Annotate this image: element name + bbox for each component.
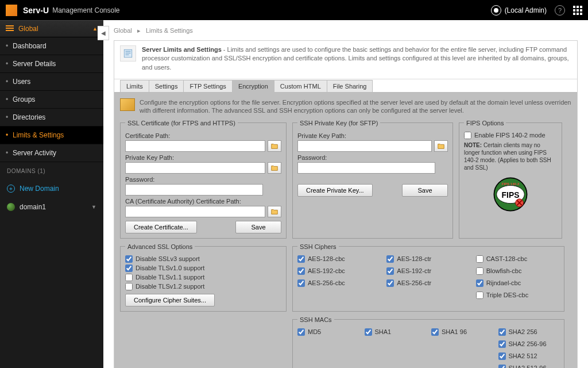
disable-tls11-checkbox[interactable]: Disable TLSv1.1 support [125,274,281,281]
new-domain-button[interactable]: +New Domain [0,180,103,197]
chevron-up-icon: ▲ [92,26,98,32]
user-label[interactable]: (Local Admin) [505,6,547,14]
domain-item-domain1[interactable]: domain1▼ [0,197,103,217]
tabs: Limits Settings FTP Settings Encryption … [120,80,577,93]
sidebar-item-limits-settings[interactable]: Limits & Settings [0,126,103,144]
sidebar-global-header[interactable]: Global ▲ [0,20,103,37]
create-certificate-button[interactable]: Create Certificate... [125,221,197,233]
mac-sha2-256-96-checkbox[interactable]: SHA2 256-96 [498,340,560,348]
tab-file-sharing[interactable]: File Sharing [327,80,373,93]
global-label: Global [18,25,38,33]
ssl-pkey-browse-button[interactable] [268,162,281,174]
ssl-save-button[interactable]: Save [235,221,281,233]
disable-sslv3-checkbox[interactable]: Disable SSLv3 support [125,255,281,263]
tab-custom-html[interactable]: Custom HTML [274,80,327,93]
cipher-aes-256-ctr-checkbox[interactable]: AES-256-ctr [386,279,470,287]
user-icon [491,5,501,16]
logo-icon [6,5,17,16]
sidebar-item-groups[interactable]: Groups [0,91,103,109]
cipher-aes-192-cbc-checkbox[interactable]: AES-192-cbc [297,267,381,275]
panel-header-icon [120,45,136,62]
settings-panel: Server Limits and Settings - Limits and … [114,40,578,368]
tab-body-encryption: Configure the encryption options for the… [114,92,577,368]
fips-badge-icon: FIPS FIPS 140-2 [490,176,531,213]
cert-path-input[interactable] [125,140,265,152]
cipher-aes-128-ctr-checkbox[interactable]: AES-128-ctr [386,255,470,263]
global-icon [6,25,14,32]
sidebar-item-dashboard[interactable]: Dashboard [0,37,103,55]
mac-sha2-512-96-checkbox[interactable]: SHA2 512-96 [498,365,560,368]
globe-icon [7,203,15,211]
ssl-certificate-fieldset: SSL Certificate (for FTPS and HTTPS) Cer… [120,120,287,239]
sidebar-item-server-details[interactable]: Server Details [0,55,103,73]
advanced-ssl-fieldset: Advanced SSL Options Disable SSLv3 suppo… [120,243,287,312]
sidebar: Global ▲ Dashboard Server Details Users … [0,20,103,368]
breadcrumb-current: Limits & Settings [146,27,193,34]
ca-path-input[interactable] [125,206,265,217]
cert-path-browse-button[interactable] [268,140,281,152]
sidebar-item-server-activity[interactable]: Server Activity [0,144,103,162]
breadcrumb: Global ▸ Limits & Settings [114,27,578,34]
cipher-cast-128-cbc-checkbox[interactable]: CAST-128-cbc [476,255,559,263]
tab-encryption[interactable]: Encryption [232,80,274,93]
configure-cipher-suites-button[interactable]: Configure Cipher Suites... [125,294,215,306]
fips-enable-checkbox[interactable]: Enable FIPS 140-2 mode [464,132,557,139]
cipher-aes-192-ctr-checkbox[interactable]: AES-192-ctr [386,267,470,275]
sidebar-collapse-button[interactable]: ◀ [98,26,109,40]
create-private-key-button[interactable]: Create Private Key... [297,184,373,197]
tab-ftp-settings[interactable]: FTP Settings [183,80,232,93]
app-subtitle: Management Console [52,6,119,14]
sidebar-item-directories[interactable]: Directories [0,109,103,126]
fips-note: NOTE: Certain clients may no longer func… [464,141,557,171]
breadcrumb-global[interactable]: Global [114,27,132,34]
svg-text:FIPS 140-2: FIPS 140-2 [502,182,520,186]
ssh-pkey-path-input[interactable] [297,140,432,152]
mac-sha1-checkbox[interactable]: SHA1 [365,328,426,336]
mac-sha2-512-checkbox[interactable]: SHA2 512 [498,352,560,360]
cipher-aes-128-cbc-checkbox[interactable]: AES-128-cbc [297,255,381,263]
apps-grid-icon[interactable] [573,6,582,15]
cipher-rijndael-cbc-checkbox[interactable]: Rijndael-cbc [476,279,559,287]
ssl-password-input[interactable] [125,184,263,195]
tab-limits[interactable]: Limits [120,80,149,93]
mac-md5-checkbox[interactable]: MD5 [297,328,359,336]
ssl-pkey-path-input[interactable] [125,162,265,174]
ssh-private-key-fieldset: SSH Private Key (for SFTP) Private Key P… [292,120,453,239]
tab-settings[interactable]: Settings [149,80,184,93]
ssh-save-button[interactable]: Save [402,184,448,197]
domains-header: DOMAINS (1) [0,162,103,180]
cipher-aes-256-cbc-checkbox[interactable]: AES-256-cbc [297,279,381,287]
plus-icon: + [7,185,15,193]
encryption-desc-icon [120,98,135,111]
fips-options-fieldset: FIPS Options Enable FIPS 140-2 mode NOTE… [459,120,562,239]
chevron-down-icon: ▼ [91,204,96,210]
disable-tls10-checkbox[interactable]: Disable TLSv1.0 support [125,264,281,272]
ca-path-browse-button[interactable] [268,206,281,217]
app-title: Serv-U [23,6,49,15]
panel-header-text: Server Limits and Settings - Limits and … [142,45,571,72]
cipher-blowfish-cbc-checkbox[interactable]: Blowfish-cbc [476,267,559,275]
svg-rect-0 [124,49,132,57]
ssh-password-input[interactable] [297,162,435,174]
topbar: Serv-U Management Console (Local Admin) … [0,0,588,20]
ssh-pkey-browse-button[interactable] [434,140,448,152]
content-area: Global ▸ Limits & Settings Server Limits… [103,20,588,368]
sidebar-item-users[interactable]: Users [0,73,103,91]
mac-sha2-256-checkbox[interactable]: SHA2 256 [498,328,560,336]
disable-tls12-checkbox[interactable]: Disable TLSv1.2 support [125,283,281,290]
encryption-desc-text: Configure the encryption options for the… [140,98,571,115]
mac-sha1-96-checkbox[interactable]: SHA1 96 [431,328,493,336]
help-icon[interactable]: ? [555,5,565,16]
ssh-ciphers-fieldset: SSH Ciphers AES-128-cbcAES-128-ctrCAST-1… [292,243,564,312]
ssh-macs-fieldset: SSH MACs MD5SHA1SHA1 96SHA2 256xxxSHA2 2… [292,316,564,368]
svg-text:FIPS: FIPS [502,190,520,200]
cipher-triple-des-cbc-checkbox[interactable]: Triple DES-cbc [476,292,559,299]
